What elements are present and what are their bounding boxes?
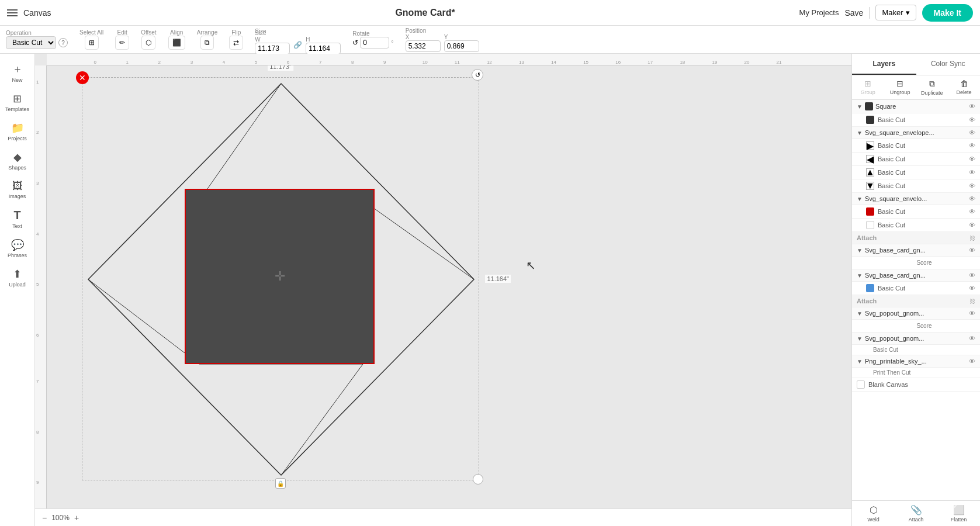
svg-line-8 — [88, 279, 199, 364]
delete-icon: 🗑 — [960, 79, 968, 88]
rotate-input[interactable] — [360, 37, 389, 49]
env1-bc3-vis[interactable]: 👁 — [969, 169, 975, 176]
operation-select[interactable]: Basic Cut — [6, 36, 56, 49]
pop1-visibility-btn[interactable]: 👁 — [969, 310, 975, 317]
width-input[interactable] — [255, 43, 290, 54]
pos-y-input[interactable] — [444, 40, 479, 52]
sidebar-item-templates[interactable]: ⊞ Templates — [2, 89, 33, 116]
sidebar-item-new[interactable]: ＋ New — [2, 58, 33, 86]
attach-label-1: Attach — [857, 234, 877, 241]
pop2-visibility-btn[interactable]: 👁 — [969, 335, 975, 342]
chevron-icon: ▼ — [857, 310, 863, 317]
design-area[interactable]: ✕ ↺ 🔒 11.173" 11.164" — [82, 77, 479, 480]
delete-action[interactable]: 🗑 Delete — [948, 75, 980, 99]
align-button[interactable]: ⬛ — [168, 36, 185, 50]
upload-icon: ⬆ — [13, 268, 22, 281]
layer-subitem-pop2-bc[interactable]: Basic Cut — [852, 345, 980, 355]
menu-button[interactable] — [7, 9, 18, 16]
zoom-out-button[interactable]: − — [42, 513, 47, 522]
layer-item-blank-canvas[interactable]: Blank Canvas — [852, 378, 980, 392]
tab-color-sync[interactable]: Color Sync — [916, 54, 981, 75]
ruler-v-tick-3: 3 — [36, 181, 39, 186]
layer-item-env1-bc2[interactable]: ◀ Basic Cut 👁 — [852, 153, 980, 166]
height-input[interactable] — [306, 43, 341, 54]
layer-item-env1-bc1[interactable]: ▶ Basic Cut 👁 — [852, 139, 980, 153]
bottombar: − 100% + — [35, 508, 851, 526]
my-projects-button[interactable]: My Projects — [799, 8, 839, 17]
square-visibility-btn[interactable]: 👁 — [969, 103, 975, 110]
layer-group-png[interactable]: ▼ Png_printable_sky_... 👁 — [852, 355, 980, 368]
zoom-in-button[interactable]: + — [74, 513, 79, 522]
maker-button[interactable]: Maker ▾ — [875, 5, 916, 20]
save-button[interactable]: Save — [844, 8, 863, 18]
edit-icon: ✏ — [119, 39, 125, 47]
square-bc-name: Basic Cut — [878, 116, 965, 123]
layer-group-base2[interactable]: ▼ Svg_base_card_gn... 👁 — [852, 269, 980, 282]
layer-item-env1-bc3[interactable]: ▲ Basic Cut 👁 — [852, 166, 980, 179]
weld-action[interactable]: ⬡ Weld — [852, 501, 895, 526]
flip-button[interactable]: ⇄ — [229, 36, 243, 50]
canvas-inner[interactable]: ✕ ↺ 🔒 11.173" 11.164" — [47, 65, 851, 508]
layer-group-square[interactable]: ▼ Square 👁 — [852, 100, 980, 113]
layer-item-base2-bc[interactable]: Basic Cut 👁 — [852, 282, 980, 295]
layer-item-env1-bc4[interactable]: ▼ Basic Cut 👁 — [852, 179, 980, 193]
selected-element[interactable]: ✛ — [185, 189, 375, 364]
duplicate-label: Duplicate — [921, 90, 943, 96]
base2-bc-vis[interactable]: 👁 — [969, 285, 975, 292]
make-it-button[interactable]: Make It — [922, 4, 973, 22]
sidebar-item-images[interactable]: 🖼 Images — [2, 177, 33, 203]
shapes-icon: ◆ — [13, 151, 22, 164]
ruler-tick-6: 6 — [287, 60, 289, 65]
ruler-horizontal: 0 1 2 3 4 5 6 7 8 9 10 11 12 13 14 15 16… — [47, 54, 851, 65]
attach-action[interactable]: 📎 Attach — [895, 501, 937, 526]
svg-env2-visibility-btn[interactable]: 👁 — [969, 195, 975, 202]
env2-bc2-vis[interactable]: 👁 — [969, 222, 975, 229]
sidebar-item-text[interactable]: T Text — [2, 205, 33, 233]
square-group-name: Square — [875, 103, 967, 110]
ruler-v-tick-5: 5 — [36, 282, 39, 287]
layer-item-env2-bc1[interactable]: Basic Cut 👁 — [852, 205, 980, 219]
select-all-label: Select All — [79, 29, 103, 36]
rotate-label: Rotate — [352, 30, 393, 37]
edit-button[interactable]: ✏ — [115, 36, 129, 50]
env1-bc4-vis[interactable]: 👁 — [969, 182, 975, 189]
arrange-button[interactable]: ⧉ — [200, 36, 214, 50]
flatten-action[interactable]: ⬜ Flatten — [937, 501, 980, 526]
attach-icon: 📎 — [910, 504, 922, 515]
maker-label: Maker — [882, 8, 903, 17]
layer-item-square-bc[interactable]: Basic Cut 👁 — [852, 113, 980, 127]
layer-group-pop1[interactable]: ▼ Svg_popout_gnom... 👁 — [852, 307, 980, 320]
pos-x-input[interactable] — [406, 40, 441, 52]
sidebar-item-upload[interactable]: ⬆ Upload — [2, 264, 33, 291]
topbar-right: My Projects Save Maker ▾ Make It — [799, 4, 973, 22]
sidebar-item-phrases[interactable]: 💬 Phrases — [2, 235, 33, 262]
base1-visibility-btn[interactable]: 👁 — [969, 247, 975, 254]
ruler-tick-1: 1 — [126, 60, 128, 65]
layer-subitem-png-ptc[interactable]: Print Then Cut — [852, 368, 980, 378]
png-visibility-btn[interactable]: 👁 — [969, 358, 975, 365]
tab-layers[interactable]: Layers — [852, 54, 916, 75]
base2-visibility-btn[interactable]: 👁 — [969, 272, 975, 279]
layer-group-base1[interactable]: ▼ Svg_base_card_gn... 👁 — [852, 244, 980, 257]
svg-env1-visibility-btn[interactable]: 👁 — [969, 129, 975, 136]
operation-help-icon[interactable]: ? — [58, 38, 68, 47]
select-all-button[interactable]: ⊞ — [85, 36, 99, 50]
duplicate-action[interactable]: ⧉ Duplicate — [916, 75, 948, 99]
chevron-icon: ▼ — [857, 103, 863, 110]
env1-bc2-vis[interactable]: 👁 — [969, 155, 975, 162]
layer-group-pop2[interactable]: ▼ Svg_popout_gnom... 👁 — [852, 333, 980, 345]
layer-subitem-base1-score[interactable]: Score — [852, 257, 980, 269]
env1-bc1-vis[interactable]: 👁 — [969, 142, 975, 149]
sidebar-item-shapes[interactable]: ◆ Shapes — [2, 147, 33, 174]
attach-icon-1: ⛓ — [969, 235, 975, 241]
offset-button[interactable]: ⬡ — [141, 36, 155, 50]
sidebar-item-projects[interactable]: 📁 Projects — [2, 118, 33, 145]
env2-bc1-vis[interactable]: 👁 — [969, 208, 975, 215]
ungroup-action[interactable]: ⊟ Ungroup — [884, 75, 916, 99]
layer-group-svg-env1[interactable]: ▼ Svg_square_envelope... 👁 — [852, 127, 980, 139]
layer-group-svg-env2[interactable]: ▼ Svg_square_envelo... 👁 — [852, 193, 980, 205]
square-bc-vis[interactable]: 👁 — [969, 116, 975, 123]
layer-subitem-pop1-score[interactable]: Score — [852, 320, 980, 333]
layer-item-env2-bc2[interactable]: Basic Cut 👁 — [852, 219, 980, 232]
group-action[interactable]: ⊞ Group — [852, 75, 884, 99]
